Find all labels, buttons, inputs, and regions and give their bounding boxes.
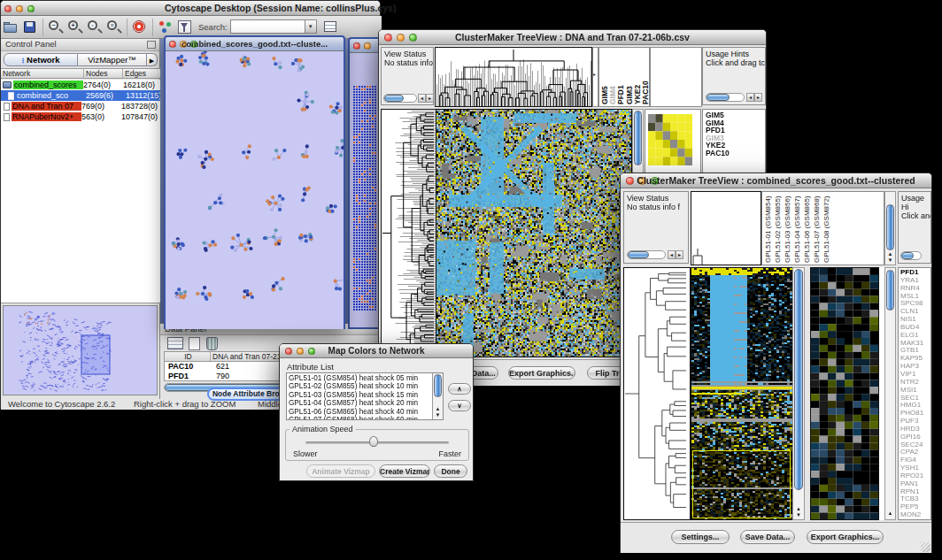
tv2-gene-label[interactable]: CLN1 bbox=[900, 308, 930, 316]
resize-grip[interactable] bbox=[921, 542, 930, 552]
tv2-column-label[interactable]: GPL51-02 (GSM855) bbox=[774, 194, 784, 263]
search-dropdown-arrow[interactable]: ▼ bbox=[305, 19, 317, 34]
network-list-row[interactable]: combined_scores2764(0)16218(0) bbox=[1, 80, 160, 90]
tv2-gene-label[interactable]: RPN1 bbox=[900, 488, 930, 496]
tv2-gene-label[interactable]: SPC98 bbox=[900, 300, 930, 308]
dialog-button-create-vizmap[interactable]: Create Vizmap bbox=[379, 464, 430, 478]
tv2-column-label[interactable]: GPL51-01 (GSM854) bbox=[764, 194, 774, 263]
scroll-right-arrow[interactable]: ▸ bbox=[426, 94, 434, 103]
tv1-column-label[interactable]: GIM4 bbox=[608, 50, 616, 104]
tv2-button-settings---[interactable]: Settings... bbox=[671, 530, 730, 544]
network-list-row[interactable]: RNAPuberNov2+563(0)107847(0) bbox=[1, 111, 160, 122]
tv2-gene-label[interactable]: PFD1 bbox=[900, 269, 930, 277]
minimize-button[interactable] bbox=[364, 42, 371, 50]
network-view-canvas[interactable] bbox=[166, 51, 344, 329]
dialog-button-done[interactable]: Done bbox=[434, 464, 467, 478]
float-panel-icon[interactable] bbox=[147, 41, 156, 49]
tv2-row-dendrogram[interactable] bbox=[623, 267, 691, 520]
network-list-row[interactable]: DNA and Tran 07769(0)183728(0) bbox=[1, 101, 160, 111]
tv2-column-label[interactable]: GPL51-08 (GSM872) bbox=[822, 194, 832, 263]
tv2-gene-label[interactable]: MSI1 bbox=[900, 387, 930, 395]
scroll-up-arrow[interactable]: ▲ bbox=[885, 251, 895, 257]
attribute-table-icon[interactable] bbox=[167, 337, 183, 349]
tv2-gene-label[interactable]: PHO81 bbox=[900, 410, 930, 418]
tv2-gene-label[interactable]: SEC1 bbox=[900, 395, 930, 403]
move-up-button[interactable]: ∧ bbox=[448, 383, 471, 395]
tv2-button-save-data---[interactable]: Save Data... bbox=[740, 530, 795, 544]
attribute-list-item[interactable]: GPL51-06 (GSM865) heat shock 40 min bbox=[287, 408, 432, 416]
col-header-nodes[interactable]: Nodes bbox=[84, 69, 123, 78]
tv1-button-export-graphics---[interactable]: Export Graphics... bbox=[508, 366, 575, 380]
tv1-column-label[interactable]: YKE2 bbox=[633, 50, 641, 104]
tv2-zoom-heatmap[interactable] bbox=[810, 267, 879, 520]
tab-network[interactable]: ⁝ Network bbox=[4, 53, 78, 66]
scroll-left-arrow[interactable]: ◂ bbox=[746, 93, 754, 102]
tab-vizmapper[interactable]: VizMapper™ bbox=[78, 53, 147, 66]
open-session-icon[interactable] bbox=[2, 19, 19, 36]
tv2-gene-label[interactable]: SEC24 bbox=[900, 441, 930, 449]
cytoscape-titlebar[interactable]: Cytoscape Desktop (Session Name: collins… bbox=[1, 1, 380, 16]
tv2-heatmap[interactable] bbox=[691, 267, 793, 520]
tv2-column-label[interactable]: GPL51-06 (GSM865) bbox=[803, 194, 813, 263]
vscroll-thumb[interactable] bbox=[886, 270, 894, 311]
tv2-gene-label[interactable]: FIG4 bbox=[900, 456, 930, 464]
treeview1-titlebar[interactable]: ClusterMaker TreeView : DNA and Tran 07-… bbox=[379, 30, 766, 45]
new-attribute-icon[interactable] bbox=[189, 337, 200, 350]
tv1-heatmap[interactable] bbox=[436, 109, 632, 357]
zoom-in-icon[interactable]: + bbox=[66, 19, 84, 36]
attribute-list-vscrollbar[interactable]: ▲ ▼ bbox=[432, 373, 443, 419]
tab-overflow-arrow[interactable]: ▶ bbox=[147, 53, 158, 66]
tv2-button-export-graphics---[interactable]: Export Graphics... bbox=[807, 530, 884, 544]
filter-icon[interactable] bbox=[176, 19, 194, 36]
vscroll-thumb[interactable] bbox=[794, 269, 803, 490]
tv1-column-label[interactable]: GIM3 bbox=[625, 50, 633, 104]
tv2-gene-label[interactable]: MSL1 bbox=[900, 293, 930, 301]
tv2-gene-label[interactable]: RPO21 bbox=[900, 472, 930, 480]
scroll-down-arrow[interactable]: ▼ bbox=[793, 512, 804, 518]
move-down-button[interactable]: ∨ bbox=[448, 400, 471, 411]
data-col-id[interactable]: ID bbox=[165, 352, 211, 361]
attribute-list-item[interactable]: GPL51-04 (GSM857) heat shock 20 min bbox=[287, 399, 432, 407]
scroll-up-arrow[interactable]: ▲ bbox=[793, 506, 804, 511]
tv2-status-hscroll[interactable] bbox=[627, 250, 666, 259]
tv2-gene-label[interactable]: YRA1 bbox=[900, 277, 930, 285]
attribute-list-item[interactable]: GPL51-03 (GSM856) heat shock 15 min bbox=[287, 391, 432, 399]
tv1-column-label[interactable]: PAC10 bbox=[641, 50, 649, 104]
speed-slider-thumb[interactable] bbox=[369, 436, 378, 447]
treeview2-titlebar[interactable]: ClusterMaker TreeView : combined_scores_… bbox=[621, 173, 931, 188]
dialog-button-animate-vizmap[interactable]: Animate Vizmap bbox=[306, 464, 375, 478]
tv2-column-label[interactable]: GPL51-03 (GSM856) bbox=[784, 194, 793, 263]
tv1-hints-hscroll[interactable] bbox=[706, 93, 745, 102]
scroll-right-arrow[interactable]: ▸ bbox=[676, 250, 683, 259]
tv1-row-dendrogram[interactable] bbox=[381, 109, 436, 357]
network-grid-canvas[interactable] bbox=[353, 85, 377, 311]
tv2-heatmap-vscrollbar[interactable]: ▲ ▼ bbox=[792, 267, 805, 520]
tv2-gene-label[interactable]: VIP1 bbox=[900, 371, 930, 379]
col-header-network[interactable]: Network bbox=[1, 69, 84, 78]
scroll-down-arrow[interactable]: ▼ bbox=[885, 257, 895, 263]
tv2-gene-label[interactable]: HAP3 bbox=[900, 363, 930, 371]
tv2-gene-label[interactable]: BUD4 bbox=[900, 324, 930, 332]
attribute-list-item[interactable]: GPL51-01 (GSM854) heat shock 05 min bbox=[287, 374, 432, 382]
tv1-status-hscroll[interactable] bbox=[383, 94, 417, 103]
col-header-edges[interactable]: Edges bbox=[123, 69, 158, 78]
tv2-gene-label[interactable]: PEP5 bbox=[900, 503, 930, 511]
zoom-out-icon[interactable]: − bbox=[47, 19, 65, 36]
tv2-gene-label[interactable]: TCB3 bbox=[900, 495, 930, 503]
scroll-left-arrow[interactable]: ◂ bbox=[418, 94, 426, 103]
delete-attribute-icon[interactable] bbox=[206, 337, 218, 350]
tv2-gene-label[interactable]: CPA2 bbox=[900, 449, 930, 456]
tv2-gene-label[interactable]: GTB1 bbox=[900, 347, 930, 355]
tv2-gene-label[interactable]: YSH1 bbox=[900, 464, 930, 472]
vscroll-thumb[interactable] bbox=[434, 374, 442, 397]
tv2-gene-label[interactable]: HRD3 bbox=[900, 426, 930, 433]
tv2-gene-label[interactable]: ELG1 bbox=[900, 332, 930, 340]
tv1-zoom-matrix[interactable] bbox=[648, 114, 692, 165]
tv2-labels-vscrollbar[interactable]: ▲ ▼ bbox=[884, 191, 896, 265]
close-button[interactable] bbox=[353, 42, 360, 50]
tv1-column-label[interactable]: PFD1 bbox=[616, 50, 624, 104]
tv2-gene-label[interactable]: HMG1 bbox=[900, 402, 930, 410]
network-overview-panel[interactable] bbox=[3, 305, 158, 395]
scroll-down-arrow[interactable]: ▼ bbox=[433, 412, 443, 418]
vscroll-thumb[interactable] bbox=[634, 111, 642, 165]
